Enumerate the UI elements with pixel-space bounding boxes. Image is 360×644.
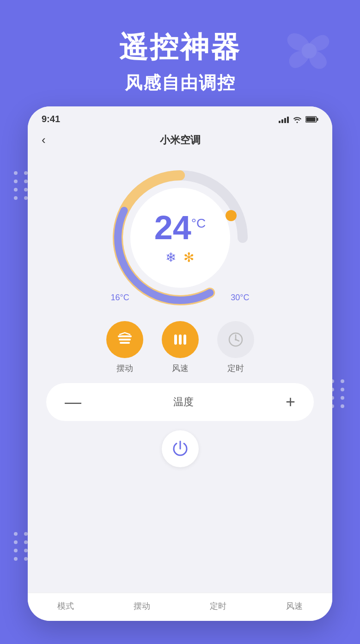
temp-control-bar: — 温度 + — [46, 383, 314, 421]
svg-line-18 — [236, 340, 239, 341]
svg-point-7 — [226, 210, 237, 221]
app-title-sub: 风感自由调控 — [0, 71, 360, 95]
tab-wind-speed[interactable]: 风速 — [256, 593, 332, 621]
swing-icon — [116, 331, 134, 348]
temperature-value: 24°C — [154, 211, 206, 244]
status-bar: 9:41 — [28, 106, 332, 128]
battery-icon — [305, 116, 318, 123]
swing-button[interactable] — [106, 321, 143, 358]
sun-icon: ✻ — [183, 250, 194, 265]
status-time: 9:41 — [42, 114, 60, 124]
nav-bar: ‹ 小米空调 — [28, 128, 332, 155]
power-row — [42, 430, 318, 467]
back-button[interactable]: ‹ — [42, 133, 46, 147]
svg-rect-14 — [183, 334, 186, 345]
tab-mode[interactable]: 模式 — [28, 593, 104, 621]
temp-mode-icons: ❄ ✻ — [154, 250, 206, 265]
signal-icon — [279, 116, 289, 123]
dial-inner: 24°C ❄ ✻ — [154, 211, 206, 265]
swing-control: 摆动 — [106, 321, 143, 374]
temp-increase-button[interactable]: + — [286, 392, 295, 412]
page-title: 小米空调 — [160, 133, 201, 147]
wifi-icon — [293, 116, 302, 123]
svg-rect-3 — [306, 117, 316, 121]
timer-button[interactable] — [217, 321, 254, 358]
swing-label: 摆动 — [116, 363, 133, 374]
timer-icon — [227, 331, 244, 348]
temp-max-label: 30°C — [231, 293, 249, 303]
snowflake-icon: ❄ — [165, 250, 176, 265]
status-icons — [279, 116, 318, 123]
main-content: 24°C ❄ ✻ 16°C 30°C — [28, 155, 332, 467]
wind-speed-button[interactable] — [162, 321, 199, 358]
app-title-main: 遥控神器 — [0, 28, 360, 67]
temp-decrease-button[interactable]: — — [65, 392, 81, 412]
header-area: 遥控神器 风感自由调控 — [0, 28, 360, 95]
timer-label: 定时 — [227, 363, 244, 374]
controls-row: 摆动 风速 — [42, 321, 318, 374]
temp-min-label: 16°C — [111, 293, 129, 303]
svg-rect-10 — [119, 339, 131, 341]
wind-speed-control: 风速 — [162, 321, 199, 374]
svg-rect-13 — [179, 334, 182, 345]
bottom-tabs: 模式 摆动 定时 风速 — [28, 593, 332, 621]
temp-control-label: 温度 — [173, 395, 194, 409]
tab-swing[interactable]: 摆动 — [104, 593, 180, 621]
power-button[interactable] — [162, 430, 199, 467]
svg-rect-9 — [118, 335, 132, 337]
wind-speed-icon — [171, 331, 189, 348]
temperature-dial[interactable]: 24°C ❄ ✻ 16°C 30°C — [106, 164, 254, 312]
svg-rect-2 — [317, 118, 318, 121]
wind-speed-label: 风速 — [172, 363, 189, 374]
timer-control: 定时 — [217, 321, 254, 374]
power-icon — [171, 440, 189, 458]
phone-frame: 9:41 ‹ 小米空调 — [28, 106, 332, 621]
svg-rect-12 — [174, 334, 177, 345]
tab-timer[interactable]: 定时 — [180, 593, 256, 621]
svg-rect-11 — [120, 342, 130, 344]
